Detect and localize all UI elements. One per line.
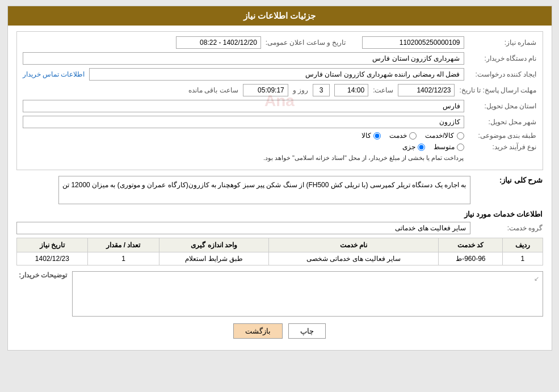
- need-desc-label: شرح کلی نیاز:: [475, 176, 543, 184]
- row-city: شهر محل تحویل: کازرون: [23, 116, 537, 128]
- deadline-days-value: 3: [313, 84, 330, 96]
- need-number-label: شماره نیاز:: [469, 39, 537, 47]
- creator-label: ایجاد کننده درخواست:: [469, 70, 537, 78]
- province-label: استان محل تحویل:: [469, 102, 537, 110]
- table-col-header: تعداد / مقدار: [88, 238, 159, 252]
- radio-jazzi-label: جزی: [402, 143, 415, 151]
- announce-date-value: 1402/12/20 - 08:22: [176, 36, 261, 49]
- row-deadline: مهلت ارسال پاسخ: تا تاریخ: 1402/12/23 سا…: [23, 84, 537, 96]
- radio-motavaset-input[interactable]: [457, 144, 464, 151]
- process-radios: متوسط جزی پرداخت تمام یا بخشی از مبلغ خر…: [263, 143, 464, 162]
- table-cell: 1: [503, 252, 543, 265]
- process-label: نوع فرآیند خرید:: [469, 143, 537, 151]
- creator-value: فضل اله رمضانی راننده شهرداری کازرون است…: [89, 68, 464, 81]
- row-buyer-org: نام دستگاه خریدار: شهرداری کازرون استان …: [23, 52, 537, 65]
- deadline-remaining-label: ساعت باقی مانده: [188, 86, 238, 94]
- row-category: طبقه بندی موضوعی: کالا/خدمت خدمت کالا: [23, 132, 537, 140]
- radio-khedmat: خدمت: [389, 132, 417, 140]
- print-button[interactable]: چاپ: [288, 323, 326, 339]
- need-desc-row: شرح کلی نیاز: به اجاره یک دستگاه تریلر ک…: [16, 176, 543, 204]
- province-value: فارس: [23, 100, 464, 112]
- buyer-notes-box: ↙: [72, 271, 543, 317]
- table-col-header: کد خدمت: [439, 238, 503, 252]
- table-header-row: ردیفکد خدمتنام خدمتواحد اندازه گیریتعداد…: [16, 238, 543, 252]
- deadline-date-value: 1402/12/23: [398, 84, 455, 96]
- page-header: جزئیات اطلاعات نیاز: [8, 6, 552, 26]
- services-table: ردیفکد خدمتنام خدمتواحد اندازه گیریتعداد…: [16, 238, 543, 265]
- contact-link[interactable]: اطلاعات تماس خریدار: [23, 70, 85, 78]
- radio-motavaset-label: متوسط: [434, 143, 455, 151]
- service-group-row: گروه خدمت: سایر فعالیت های خدماتی: [16, 222, 543, 234]
- row-process: نوع فرآیند خرید: متوسط جزی: [23, 143, 537, 162]
- city-value: کازرون: [23, 116, 464, 128]
- deadline-time-value: 14:00: [334, 84, 368, 96]
- row-province: استان محل تحویل: فارس: [23, 100, 537, 112]
- content-area: Ana شماره نیاز: 1102005250000109 تاریخ و…: [8, 26, 552, 350]
- row-need-number: شماره نیاز: 1102005250000109 تاریخ و ساع…: [23, 36, 537, 49]
- radio-kala-label: کالا: [362, 132, 371, 140]
- process-radio-row: متوسط جزی: [263, 143, 464, 151]
- buyer-notes-cursor: ↙: [75, 274, 540, 284]
- services-section: اطلاعات خدمات مورد نیاز گروه خدمت: سایر …: [16, 210, 543, 265]
- service-group-value: سایر فعالیت های خدماتی: [16, 222, 470, 234]
- buttons-row: چاپ بازگشت: [16, 323, 543, 339]
- deadline-label: مهلت ارسال پاسخ: تا تاریخ:: [459, 86, 536, 94]
- radio-khedmat-input[interactable]: [409, 132, 417, 140]
- radio-jazzi-input[interactable]: [418, 144, 425, 151]
- radio-kala-khedmat-input[interactable]: [457, 132, 464, 140]
- row-creator: ایجاد کننده درخواست: فضل اله رمضانی رانن…: [23, 68, 537, 81]
- buyer-notes-label: توضیحات خریدار:: [16, 271, 68, 279]
- need-description-section: شرح کلی نیاز: به اجاره یک دستگاه تریلر ک…: [16, 176, 543, 204]
- buyer-org-label: نام دستگاه خریدار:: [469, 54, 537, 62]
- radio-motavaset: متوسط: [434, 143, 464, 151]
- category-label: طبقه بندی موضوعی:: [469, 132, 537, 140]
- need-description-text: به اجاره یک دستگاه تریلر کمپرسی (با تریل…: [58, 176, 470, 204]
- table-col-header: نام خدمت: [269, 238, 439, 252]
- radio-kala-khedmat-label: کالا/خدمت: [425, 132, 454, 140]
- service-group-label: گروه خدمت:: [475, 224, 543, 232]
- radio-kala-khedmat: کالا/خدمت: [425, 132, 464, 140]
- buyer-org-value: شهرداری کازرون استان فارس: [23, 52, 464, 65]
- city-label: شهر محل تحویل:: [469, 118, 537, 126]
- table-col-header: ردیف: [503, 238, 543, 252]
- main-container: جزئیات اطلاعات نیاز Ana شماره نیاز: 1102…: [7, 6, 552, 351]
- back-button[interactable]: بازگشت: [233, 323, 283, 339]
- radio-kala-input[interactable]: [373, 132, 381, 140]
- process-description: پرداخت تمام یا بخشی از مبلغ خریدار، از م…: [263, 154, 464, 162]
- radio-khedmat-label: خدمت: [389, 132, 407, 140]
- deadline-remaining-value: 05:09:17: [243, 84, 288, 96]
- table-cell: 960-96-ط: [439, 252, 503, 265]
- table-col-header: واحد اندازه گیری: [159, 238, 269, 252]
- table-cell: 1402/12/23: [16, 252, 88, 265]
- page-title: جزئیات اطلاعات نیاز: [243, 11, 316, 20]
- buyer-notes-section: ↙ توضیحات خریدار:: [16, 271, 543, 317]
- announce-date-label: تاریخ و ساعت اعلان عمومی:: [266, 39, 346, 47]
- category-radio-group: کالا/خدمت خدمت کالا: [362, 132, 464, 140]
- need-number-value: 1102005250000109: [362, 36, 464, 49]
- deadline-time-label: ساعت:: [373, 86, 393, 94]
- table-cell: سایر فعالیت های خدماتی شخصی: [269, 252, 439, 265]
- table-col-header: تاریخ نیاز: [16, 238, 88, 252]
- table-row: 1960-96-طسایر فعالیت های خدماتی شخصیطبق …: [16, 252, 543, 265]
- radio-jazzi: جزی: [402, 143, 425, 151]
- info-section: Ana شماره نیاز: 1102005250000109 تاریخ و…: [16, 31, 543, 170]
- radio-kala: کالا: [362, 132, 381, 140]
- process-type-container: متوسط جزی پرداخت تمام یا بخشی از مبلغ خر…: [263, 143, 464, 162]
- deadline-days-label: روز و: [293, 86, 308, 94]
- table-cell: طبق شرایط استعلام: [159, 252, 269, 265]
- table-cell: 1: [88, 252, 159, 265]
- services-section-title: اطلاعات خدمات مورد نیاز: [16, 210, 543, 218]
